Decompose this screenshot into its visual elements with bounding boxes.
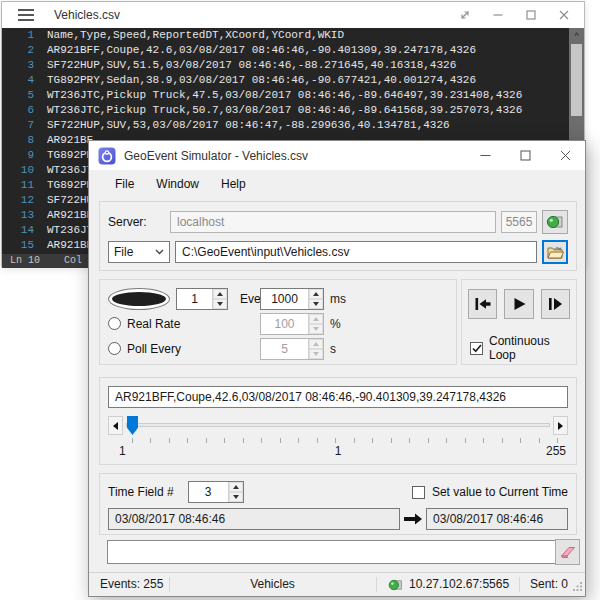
real-rate-radio[interactable] bbox=[108, 317, 121, 330]
csv-line[interactable]: 4TG892PRY,Sedan,38.9,03/08/2017 08:46:46… bbox=[2, 73, 584, 88]
step-forward-button[interactable] bbox=[541, 289, 570, 319]
slider-track[interactable] bbox=[126, 423, 550, 427]
csv-line[interactable]: 7SF722HUP,SUV,53,03/08/2017 08:46:47,-88… bbox=[2, 118, 584, 133]
server-host-input[interactable]: localhost bbox=[170, 211, 496, 233]
connect-button[interactable] bbox=[542, 210, 568, 234]
continuous-loop-label: Continuous Loop bbox=[489, 334, 570, 362]
simulator-maximize-icon[interactable] bbox=[505, 144, 545, 168]
playback-group: Continuous Loop bbox=[461, 279, 577, 365]
real-rate-unit-label: % bbox=[330, 317, 341, 331]
check-icon bbox=[472, 344, 482, 353]
slider-left-arrow[interactable] bbox=[108, 416, 123, 435]
slider-ticks bbox=[132, 438, 562, 443]
set-current-time-checkbox[interactable] bbox=[412, 486, 425, 499]
interval-spinner[interactable]: 1000 bbox=[260, 288, 324, 310]
menu-bar: File Window Help bbox=[89, 170, 585, 197]
server-label: Server: bbox=[108, 215, 170, 229]
poll-every-radio[interactable] bbox=[108, 342, 121, 355]
time-from-field[interactable]: 03/08/2017 08:46:46 bbox=[108, 508, 400, 530]
skip-to-start-icon bbox=[473, 296, 493, 312]
scrollbar-thumb[interactable] bbox=[571, 44, 582, 116]
simulator-window: GeoEvent Simulator - Vehicles.csv File W… bbox=[88, 140, 586, 597]
poll-unit-label: s bbox=[330, 342, 336, 356]
feed-name: Vehicles bbox=[169, 573, 376, 596]
connect-icon bbox=[546, 214, 564, 230]
menu-help[interactable]: Help bbox=[210, 173, 257, 195]
hamburger-menu-icon[interactable] bbox=[18, 9, 34, 21]
spin-down-icon[interactable] bbox=[309, 349, 323, 359]
resize-grip[interactable] bbox=[573, 580, 583, 594]
time-to-field[interactable]: 03/08/2017 08:46:46 bbox=[426, 508, 568, 530]
column-indicator: Col bbox=[64, 254, 82, 268]
simulator-minimize-icon[interactable] bbox=[465, 144, 505, 168]
editor-titlebar[interactable]: Vehicles.csv bbox=[2, 2, 584, 28]
time-field-spinner[interactable]: 3 bbox=[188, 481, 244, 503]
slider-thumb[interactable] bbox=[127, 416, 138, 435]
time-field-group: Time Field # 3 Set value to Current Time… bbox=[99, 473, 577, 535]
spin-up-icon[interactable] bbox=[309, 339, 323, 349]
real-rate-spinner[interactable]: 100 bbox=[260, 313, 324, 335]
step-one-event-icon bbox=[546, 296, 564, 312]
event-slider[interactable] bbox=[124, 416, 552, 435]
connection-group: Server: localhost 5565 File C:\GeoEvent\… bbox=[99, 201, 577, 271]
interval-unit-label: ms bbox=[330, 292, 346, 306]
simulator-statusbar: Events: 255 Vehicles 10.27.102.67:5565 S… bbox=[89, 572, 585, 596]
spin-down-icon[interactable] bbox=[309, 324, 323, 334]
simulator-close-icon[interactable] bbox=[545, 144, 585, 168]
slider-min-label: 1 bbox=[119, 444, 126, 458]
spin-up-icon[interactable] bbox=[309, 314, 323, 324]
rate-group: 1 Events Per 1000 ms Real Rate 100 % Pol… bbox=[99, 279, 457, 365]
progress-field bbox=[107, 540, 557, 564]
spin-up-icon[interactable] bbox=[213, 289, 227, 299]
play-icon bbox=[510, 296, 528, 312]
events-count: Events: 255 bbox=[100, 573, 163, 596]
csv-line[interactable]: 5WT236JTC,Pickup Truck,47.5,03/08/2017 0… bbox=[2, 88, 584, 103]
poll-spinner[interactable]: 5 bbox=[260, 338, 324, 360]
simulator-title: GeoEvent Simulator - Vehicles.csv bbox=[124, 149, 465, 163]
slider-max-label: 255 bbox=[546, 444, 566, 458]
csv-line[interactable]: 1Name,Type,Speed,ReportedDT,XCoord,YCoor… bbox=[2, 28, 584, 43]
simulator-titlebar[interactable]: GeoEvent Simulator - Vehicles.csv bbox=[89, 141, 585, 170]
spin-up-icon[interactable] bbox=[309, 289, 323, 299]
line-indicator: Ln 10 bbox=[10, 255, 40, 266]
continuous-loop-checkbox[interactable] bbox=[470, 342, 483, 355]
eraser-icon bbox=[559, 545, 577, 559]
event-slider-group: AR921BFF,Coupe,42.6,03/08/2017 08:46:46,… bbox=[99, 377, 577, 465]
scroll-up-icon[interactable]: ^ bbox=[569, 31, 584, 41]
spin-down-icon[interactable] bbox=[213, 299, 227, 309]
file-path-input[interactable]: C:\GeoEvent\input\Vehicles.csv bbox=[175, 241, 537, 263]
spin-up-icon[interactable] bbox=[229, 482, 243, 492]
real-rate-label: Real Rate bbox=[127, 317, 180, 331]
current-event-field[interactable]: AR921BFF,Coupe,42.6,03/08/2017 08:46:46,… bbox=[108, 386, 568, 408]
chevron-down-icon bbox=[155, 249, 164, 255]
play-button[interactable] bbox=[504, 289, 533, 319]
source-type-select[interactable]: File bbox=[108, 241, 170, 263]
geoevent-logo-icon bbox=[98, 147, 116, 165]
slider-position-label: 1 bbox=[335, 444, 342, 458]
step-to-start-button[interactable] bbox=[468, 289, 497, 319]
csv-line[interactable]: 6WT236JTC,Pickup Truck,50.7,03/08/2017 0… bbox=[2, 103, 584, 118]
spin-down-icon[interactable] bbox=[309, 299, 323, 309]
events-count-spinner[interactable]: 1 bbox=[176, 288, 228, 310]
editor-minimize-icon[interactable] bbox=[492, 9, 504, 21]
csv-line[interactable]: 2AR921BFF,Coupe,42.6,03/08/2017 08:46:46… bbox=[2, 43, 584, 58]
set-current-time-label: Set value to Current Time bbox=[432, 485, 568, 499]
editor-close-icon[interactable] bbox=[558, 9, 570, 21]
time-field-label: Time Field # bbox=[108, 485, 174, 499]
open-file-button[interactable] bbox=[542, 240, 568, 264]
menu-file[interactable]: File bbox=[104, 173, 145, 195]
editor-title: Vehicles.csv bbox=[54, 8, 459, 22]
csv-line[interactable]: 3SF722HUP,SUV,51.5,03/08/2017 08:46:46,-… bbox=[2, 58, 584, 73]
editor-maximize-icon[interactable] bbox=[525, 9, 537, 21]
events-per-radio[interactable] bbox=[108, 288, 170, 310]
connection-status-icon bbox=[388, 577, 403, 600]
clear-button[interactable] bbox=[555, 539, 580, 565]
slider-right-arrow[interactable] bbox=[553, 416, 568, 435]
menu-window[interactable]: Window bbox=[145, 173, 210, 195]
spin-down-icon[interactable] bbox=[229, 492, 243, 502]
server-port-input[interactable]: 5565 bbox=[501, 211, 537, 233]
server-address: 10.27.102.67:5565 bbox=[409, 573, 509, 596]
editor-fullscreen-icon[interactable] bbox=[459, 9, 471, 21]
arrow-right-icon bbox=[403, 513, 423, 525]
sent-count: Sent: 0 bbox=[530, 573, 568, 596]
